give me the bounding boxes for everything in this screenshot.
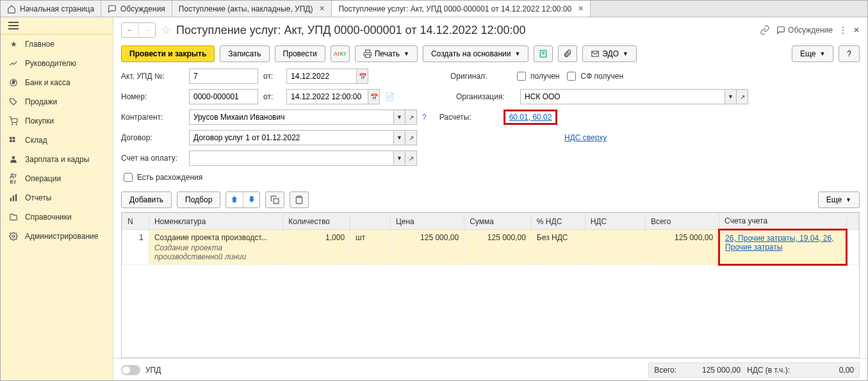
- upd-toggle[interactable]: [121, 365, 140, 375]
- svg-point-6: [16, 124, 17, 125]
- cell-n[interactable]: 1: [122, 230, 149, 265]
- col-total[interactable]: Всего: [645, 213, 719, 230]
- close-icon[interactable]: ✕: [319, 4, 325, 13]
- favorite-toggle[interactable]: ☆: [161, 23, 171, 37]
- calc-link[interactable]: 60.01, 60.02: [509, 113, 552, 122]
- sidebar-item-hr[interactable]: Зарплата и кадры: [1, 150, 113, 169]
- tab-receipts[interactable]: Поступление (акты, накладные, УПД) ✕: [172, 1, 332, 17]
- log-icon[interactable]: 📄: [385, 92, 395, 101]
- svg-point-15: [12, 235, 15, 238]
- dtkt-button[interactable]: АтКт: [331, 45, 350, 62]
- col-nomen[interactable]: Номенклатура: [149, 213, 283, 230]
- burger-button[interactable]: [1, 17, 113, 35]
- kudir-button[interactable]: [534, 45, 553, 62]
- cell-total[interactable]: 125 000,00: [645, 230, 719, 265]
- cell-price[interactable]: 125 000,00: [390, 230, 464, 265]
- sidebar-item-label: Операции: [25, 174, 61, 183]
- cell-sum[interactable]: 125 000,00: [464, 230, 532, 265]
- sf-received-checkbox[interactable]: СФ получен: [564, 70, 623, 83]
- post-button[interactable]: Провести: [275, 45, 325, 62]
- cell-unit[interactable]: шт: [350, 230, 391, 265]
- col-unit[interactable]: [350, 213, 391, 230]
- vat-mode-link[interactable]: НДС сверху: [564, 133, 607, 142]
- cell-nomen[interactable]: Создание проекта производст... Создание …: [149, 230, 283, 265]
- col-vat[interactable]: НДС: [585, 213, 645, 230]
- create-based-button[interactable]: Создать на основании▼: [423, 45, 528, 62]
- col-qty[interactable]: Количество: [283, 213, 350, 230]
- attach-button[interactable]: [558, 45, 577, 62]
- calendar-icon[interactable]: 📅: [357, 69, 368, 84]
- move-down-button[interactable]: 🡇: [243, 192, 259, 207]
- tab-discuss[interactable]: Обсуждения: [101, 1, 172, 17]
- col-accounts[interactable]: Счета учета: [719, 213, 847, 230]
- open-icon[interactable]: ↗: [405, 109, 417, 125]
- sidebar-item-catalogs[interactable]: Справочники: [1, 207, 113, 227]
- dropdown-icon[interactable]: ▼: [394, 109, 405, 125]
- sidebar-item-label: Зарплата и кадры: [25, 155, 89, 164]
- close-panel-icon[interactable]: ✕: [853, 26, 860, 35]
- sidebar-item-purchases[interactable]: Покупки: [1, 111, 113, 131]
- invoice-label: Счет на оплату:: [121, 154, 184, 163]
- more-button[interactable]: Еще▼: [792, 45, 833, 62]
- tab-current[interactable]: Поступление услуг: Акт, УПД 0000-000001 …: [332, 1, 591, 17]
- dropdown-icon[interactable]: ▼: [394, 150, 405, 166]
- sidebar-item-admin[interactable]: Администрирование: [1, 227, 113, 246]
- open-icon[interactable]: ↗: [405, 130, 417, 145]
- discuss-button[interactable]: Обсуждение: [776, 26, 833, 35]
- cell-qty[interactable]: 1,000: [283, 230, 350, 265]
- paste-button[interactable]: [290, 191, 309, 208]
- sidebar-item-label: Продажи: [25, 97, 57, 106]
- move-up-button[interactable]: 🡅: [226, 192, 243, 207]
- copy-button[interactable]: [265, 191, 284, 208]
- edo-button[interactable]: ЭДО▼: [582, 45, 637, 62]
- close-icon[interactable]: ✕: [578, 4, 584, 13]
- print-button[interactable]: Печать▼: [355, 45, 418, 62]
- forward-button[interactable]: →: [138, 23, 155, 37]
- sidebar-item-sales[interactable]: Продажи: [1, 92, 113, 111]
- act-number-input[interactable]: [189, 69, 258, 84]
- svg-rect-14: [15, 194, 17, 201]
- back-button[interactable]: ←: [122, 23, 138, 37]
- sidebar-item-reports[interactable]: Отчеты: [1, 188, 113, 207]
- doc-datetime-input[interactable]: [286, 89, 368, 104]
- sidebar-item-operations[interactable]: ДтКтОперации: [1, 169, 113, 188]
- cell-vatpct[interactable]: Без НДС: [531, 230, 585, 265]
- received-checkbox[interactable]: получен: [514, 70, 559, 83]
- items-table: N Номенклатура Количество Цена Сумма % Н…: [121, 212, 860, 358]
- doc-number-input[interactable]: [189, 89, 258, 104]
- col-n[interactable]: N: [122, 213, 149, 230]
- col-sum[interactable]: Сумма: [464, 213, 532, 230]
- sidebar-item-warehouse[interactable]: Склад: [1, 131, 113, 150]
- contractor-help[interactable]: ?: [422, 113, 427, 122]
- org-input[interactable]: [520, 89, 725, 104]
- discrepancy-checkbox[interactable]: Есть расхождения: [121, 171, 202, 184]
- act-date-input[interactable]: [286, 69, 357, 84]
- cell-accounts[interactable]: 26, Прочие затраты, 19.04, 26, Прочие за…: [719, 230, 847, 265]
- sidebar-item-main[interactable]: ★Главное: [1, 35, 113, 54]
- col-price[interactable]: Цена: [390, 213, 464, 230]
- table-row[interactable]: 1 Создание проекта производст... Создани…: [122, 230, 859, 265]
- col-vatpct[interactable]: % НДС: [531, 213, 585, 230]
- add-row-button[interactable]: Добавить: [121, 191, 172, 208]
- contract-input[interactable]: [189, 130, 394, 145]
- sidebar-item-label: Справочники: [25, 213, 72, 222]
- pick-button[interactable]: Подбор: [177, 191, 220, 208]
- sidebar-item-bank[interactable]: ₽Банк и касса: [1, 73, 113, 92]
- invoice-input[interactable]: [189, 150, 394, 166]
- write-button[interactable]: Записать: [220, 45, 269, 62]
- cell-vat[interactable]: [585, 230, 645, 265]
- page-title: Поступление услуг: Акт, УПД 0000-000001 …: [176, 24, 526, 37]
- table-more-button[interactable]: Еще▼: [818, 191, 860, 208]
- tab-home[interactable]: Начальная страница: [1, 1, 101, 17]
- help-button[interactable]: ?: [839, 45, 860, 62]
- open-icon[interactable]: ↗: [737, 89, 748, 104]
- sidebar-item-manager[interactable]: Руководителю: [1, 54, 113, 73]
- calendar-icon[interactable]: 📅: [368, 89, 380, 104]
- link-icon[interactable]: [760, 25, 770, 35]
- dropdown-icon[interactable]: ▼: [394, 130, 405, 145]
- post-and-close-button[interactable]: Провести и закрыть: [121, 45, 215, 62]
- open-icon[interactable]: ↗: [405, 150, 417, 166]
- contractor-input[interactable]: [189, 109, 394, 125]
- more-menu-icon[interactable]: ⋮: [839, 26, 847, 35]
- dropdown-icon[interactable]: ▼: [725, 89, 737, 104]
